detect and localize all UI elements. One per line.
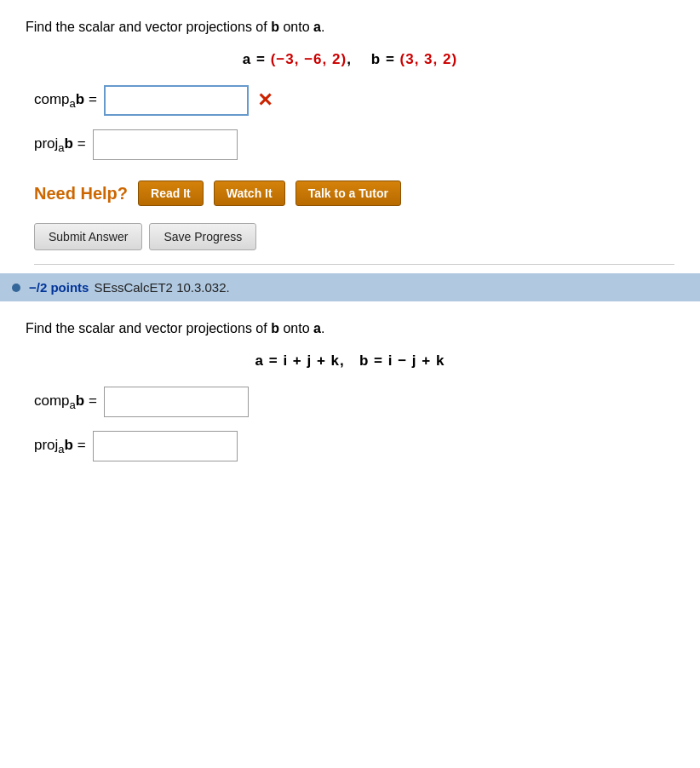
proj-input[interactable] bbox=[93, 129, 238, 160]
comp-input-2[interactable] bbox=[104, 387, 249, 417]
proj-label-2: projab = bbox=[34, 437, 86, 456]
action-buttons: Submit Answer Save Progress bbox=[34, 223, 674, 265]
proj-row: projab = bbox=[34, 129, 674, 160]
comp-row-2: compab = bbox=[34, 387, 674, 417]
problem-1-title: Find the scalar and vector projections o… bbox=[26, 17, 674, 37]
comp-input[interactable] bbox=[104, 85, 249, 116]
points-ref: SEssCalcET2 10.3.032. bbox=[94, 280, 229, 295]
bullet-icon bbox=[12, 284, 20, 292]
proj-input-2[interactable] bbox=[93, 431, 238, 461]
submit-answer-button[interactable]: Submit Answer bbox=[34, 223, 142, 250]
problem-1-section: Find the scalar and vector projections o… bbox=[0, 0, 700, 273]
problem-2-title: Find the scalar and vector projections o… bbox=[26, 318, 674, 339]
proj-row-2: projab = bbox=[34, 431, 674, 461]
b-value: (3, 3, 2) bbox=[400, 51, 458, 67]
points-label: −/2 points bbox=[29, 280, 89, 295]
wrong-icon: ✕ bbox=[257, 89, 273, 112]
problem-2-equation: a = i + j + k, b = i − j + k bbox=[26, 352, 674, 370]
need-help-label: Need Help? bbox=[34, 184, 128, 203]
points-bar: −/2 points SEssCalcET2 10.3.032. bbox=[0, 273, 700, 301]
talk-tutor-button[interactable]: Talk to a Tutor bbox=[295, 181, 401, 206]
need-help-section: Need Help? Read It Watch It Talk to a Tu… bbox=[34, 181, 674, 206]
problem-2-section: Find the scalar and vector projections o… bbox=[0, 301, 700, 492]
comp-row: compab = ✕ bbox=[34, 85, 674, 116]
comp-label-2: compab = bbox=[34, 393, 97, 411]
problem-1-equation: a = (−3, −6, 2), b = (3, 3, 2) bbox=[26, 51, 674, 68]
proj-label: projab = bbox=[34, 135, 86, 154]
read-it-button[interactable]: Read It bbox=[138, 181, 204, 206]
comp-label: compab = bbox=[34, 91, 97, 110]
watch-it-button[interactable]: Watch It bbox=[214, 181, 285, 206]
save-progress-button[interactable]: Save Progress bbox=[149, 223, 256, 250]
a-value: (−3, −6, 2) bbox=[271, 51, 347, 67]
